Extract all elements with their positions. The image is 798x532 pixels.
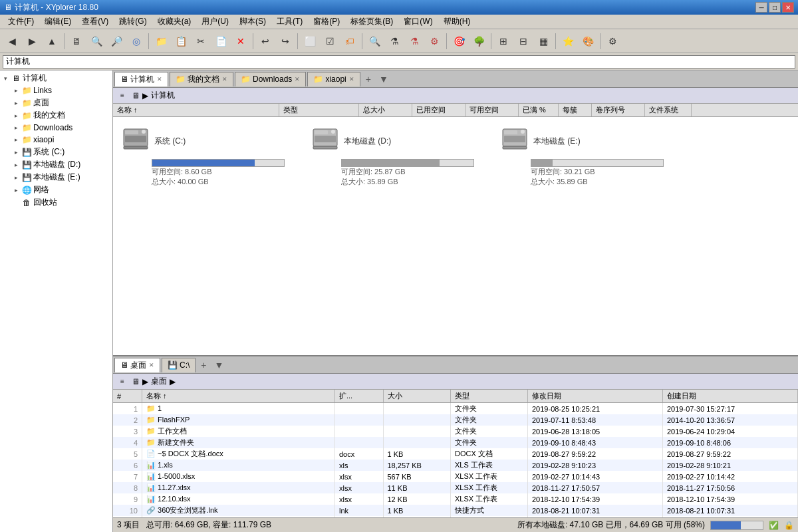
find-button[interactable]: 🔍 (365, 32, 384, 51)
col-size[interactable]: 大小 (383, 390, 451, 403)
redo-button[interactable]: ↪ (276, 32, 295, 51)
search3-button[interactable]: ◎ (127, 32, 146, 51)
tab-dropdown[interactable]: ▼ (375, 72, 392, 86)
tab-mydocs[interactable]: 📁 我的文档 ✕ (170, 72, 233, 86)
up-button[interactable]: ▲ (43, 32, 61, 51)
table-row[interactable]: 11🔗 360安全浏览器下载.lnklnk1 KB快捷方式2019-07-15 … (113, 516, 798, 517)
table-row[interactable]: 3📁 工作文档文件夹2019-06-28 13:18:052019-06-24 … (113, 426, 798, 437)
lower-tab-add[interactable]: + (197, 358, 210, 372)
sidebar-item-xiaopi[interactable]: ▸ 📁 xiaopi (0, 134, 112, 146)
drive-d[interactable]: 本地磁盘 (D:) 可用空间: 25.87 GB 总大小: 35.89 GB (309, 124, 485, 190)
table-row[interactable]: 1📁 1文件夹2019-08-25 10:25:212019-07-30 15:… (113, 403, 798, 415)
col-free[interactable]: 可用空间 (466, 104, 519, 116)
col-ext[interactable]: 扩... (335, 390, 384, 403)
delete-button[interactable]: ✕ (231, 32, 250, 51)
table-row[interactable]: 6📊 1.xlsxls18,257 KBXLS 工作表2019-02-28 9:… (113, 460, 798, 471)
copy-button[interactable]: 📄 (211, 32, 230, 51)
maximize-button[interactable]: □ (769, 2, 781, 13)
drive-c[interactable]: 系统 (C:) 可用空间: 8.60 GB 总大小: 40.00 GB (120, 124, 296, 190)
star-button[interactable]: ⭐ (559, 32, 577, 51)
tab-downloads[interactable]: 📁 Downloads ✕ (235, 72, 306, 86)
menu-edit[interactable]: 编辑(E) (39, 15, 76, 29)
lower-path-location[interactable]: 桌面 (151, 376, 167, 387)
menu-script[interactable]: 脚本(S) (234, 15, 271, 29)
table-row[interactable]: 8📊 11.27.xlsxxlsx11 KBXLSX 工作表2018-11-27… (113, 482, 798, 493)
tab-desktop-close[interactable]: ✕ (149, 362, 154, 368)
sidebar-item-d[interactable]: ▸ 💾 本地磁盘 (D:) (0, 158, 112, 171)
menu-tools[interactable]: 工具(T) (271, 15, 308, 29)
col-cluster[interactable]: 每簇 (559, 104, 592, 116)
col-type[interactable]: 类型 (279, 104, 359, 116)
tab-mydocs-close[interactable]: ✕ (222, 76, 227, 82)
tab-add-button[interactable]: + (362, 72, 375, 86)
folder-button[interactable]: 📁 (152, 32, 170, 51)
forward-button[interactable]: ▶ (23, 32, 41, 51)
sidebar-item-desktop[interactable]: ▸ 📁 桌面 (0, 96, 112, 109)
path-menu-button[interactable]: ≡ (116, 90, 129, 102)
col-total[interactable]: 总大小 (359, 104, 412, 116)
sidebar-item-recycle[interactable]: 🗑 回收站 (0, 196, 112, 209)
col-num[interactable]: # (113, 390, 142, 403)
tab-xiaopi[interactable]: 📁 xiaopi ✕ (307, 72, 360, 86)
table-row[interactable]: 5📄 ~$ DOCX 文档.docxdocx1 KBDOCX 文档2019-08… (113, 448, 798, 460)
menu-favorites[interactable]: 收藏夹(a) (152, 15, 197, 29)
tab-c-drive[interactable]: 💾 C:\ (162, 358, 196, 372)
tab-computer[interactable]: 🖥 计算机 ✕ (114, 72, 168, 86)
ball-button[interactable]: ⚙ (425, 32, 444, 51)
menu-go[interactable]: 跳转(G) (114, 15, 152, 29)
minimize-button[interactable]: ─ (755, 2, 767, 13)
filter-button[interactable]: ⚗ (385, 32, 404, 51)
tab-downloads-close[interactable]: ✕ (295, 76, 300, 82)
layout3-button[interactable]: ▦ (534, 32, 553, 51)
sidebar-item-mydocs[interactable]: ▸ 📁 我的文档 (0, 109, 112, 122)
menu-window[interactable]: 窗口(W) (398, 15, 438, 29)
undo-button[interactable]: ↩ (256, 32, 275, 51)
lower-tab-dropdown[interactable]: ▼ (211, 358, 228, 372)
menu-view[interactable]: 查看(V) (76, 15, 114, 29)
path-location[interactable]: 计算机 (151, 90, 175, 101)
col-name[interactable]: 名称 ↑ (113, 104, 279, 116)
col-created[interactable]: 创建日期 (663, 390, 798, 403)
tree-button[interactable]: 🌳 (469, 32, 488, 51)
search2-button[interactable]: 🔎 (107, 32, 126, 51)
table-row[interactable]: 4📁 新建文件夹文件夹2019-09-10 8:48:432019-09-10 … (113, 437, 798, 448)
copy2-button[interactable]: ⬜ (301, 32, 319, 51)
layout1-button[interactable]: ⊞ (494, 32, 513, 51)
sidebar-item-links[interactable]: ▸ 📁 Links (0, 84, 112, 96)
sidebar-item-computer[interactable]: ▾ 🖥 计算机 (0, 72, 112, 84)
settings-button[interactable]: ⚙ (603, 32, 622, 51)
table-row[interactable]: 7📊 1-5000.xlsxxlsx567 KBXLSX 工作表2019-02-… (113, 471, 798, 482)
sidebar-item-network[interactable]: ▸ 🌐 网络 (0, 184, 112, 196)
lower-path-menu[interactable]: ≡ (116, 376, 129, 388)
col-modified[interactable]: 修改日期 (528, 390, 663, 403)
layout2-button[interactable]: ⊟ (514, 32, 533, 51)
target-button[interactable]: 🎯 (450, 32, 468, 51)
col-used[interactable]: 已用空间 (412, 104, 466, 116)
sidebar-item-downloads[interactable]: ▸ 📁 Downloads (0, 122, 112, 134)
search-button[interactable]: 🔍 (87, 32, 106, 51)
col-serial[interactable]: 卷序列号 (592, 104, 645, 116)
computer-button[interactable]: 🖥 (67, 32, 86, 51)
menu-help[interactable]: 帮助(H) (438, 15, 476, 29)
table-row[interactable]: 10🔗 360安全浏览器.lnklnk1 KB快捷方式2018-08-21 10… (113, 505, 798, 516)
tab-xiaopi-close[interactable]: ✕ (349, 76, 354, 82)
new-button[interactable]: 📋 (172, 32, 190, 51)
tab-computer-close[interactable]: ✕ (157, 76, 162, 82)
table-row[interactable]: 2📁 FlashFXP文件夹2019-07-11 8:53:482014-10-… (113, 414, 798, 426)
close-button[interactable]: ✕ (782, 2, 794, 13)
filter2-button[interactable]: ⚗ (405, 32, 424, 51)
address-input[interactable] (3, 55, 795, 68)
tag-button[interactable]: 🏷 (340, 32, 359, 51)
back-button[interactable]: ◀ (3, 32, 21, 51)
check-button[interactable]: ☑ (321, 32, 339, 51)
cut-button[interactable]: ✂ (192, 32, 210, 51)
tab-desktop[interactable]: 🖥 桌面 ✕ (114, 358, 160, 372)
menu-user[interactable]: 用户(U) (196, 15, 234, 29)
drive-e[interactable]: 本地磁盘 (E:) 可用空间: 30.21 GB 总大小: 35.89 GB (499, 124, 675, 190)
menu-tabs[interactable]: 标签页集(B) (345, 15, 398, 29)
paint-button[interactable]: 🎨 (579, 32, 597, 51)
col-filename[interactable]: 名称 ↑ (142, 390, 335, 403)
col-fs[interactable]: 文件系统 (645, 104, 692, 116)
col-filetype[interactable]: 类型 (451, 390, 528, 403)
menu-file[interactable]: 文件(F) (3, 15, 39, 29)
